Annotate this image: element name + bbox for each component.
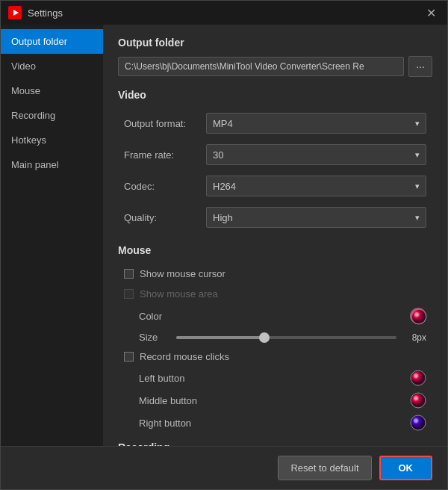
show-cursor-label: Show mouse cursor [140, 268, 225, 279]
codec-value: H264 [213, 181, 236, 192]
color-label: Color [139, 311, 410, 322]
middle-button-color-icon[interactable] [410, 392, 426, 409]
show-area-checkbox[interactable] [124, 289, 134, 299]
framerate-select[interactable]: 30 ▾ [206, 144, 426, 165]
settings-window: Settings ✕ Output folder Video Mouse Rec… [0, 0, 448, 490]
title-bar-left: Settings [8, 6, 63, 19]
left-button-row: Left button [133, 367, 432, 389]
left-button-label: Left button [139, 373, 410, 384]
size-slider-track [176, 336, 396, 339]
format-row: Output format: MP4 ▾ [118, 108, 432, 138]
svg-point-10 [414, 396, 418, 400]
quality-row: Quality: High ▾ [118, 202, 432, 232]
codec-label: Codec: [124, 181, 206, 192]
mouse-section: Mouse Show mouse cursor Show mouse area … [118, 244, 432, 434]
format-select[interactable]: MP4 ▾ [206, 113, 426, 134]
left-button-color-icon[interactable] [410, 370, 426, 386]
svg-point-7 [414, 373, 418, 378]
svg-point-6 [411, 371, 425, 385]
app-icon [8, 6, 22, 19]
quality-select[interactable]: High ▾ [206, 207, 426, 228]
show-area-label: Show mouse area [140, 288, 218, 300]
size-slider-thumb[interactable] [259, 332, 270, 343]
sidebar-item-mouse[interactable]: Mouse [1, 78, 103, 103]
record-clicks-row: Record mouse clicks [118, 347, 432, 367]
show-cursor-checkbox[interactable] [124, 269, 134, 279]
video-title: Video [118, 89, 432, 101]
content-area: Output folder Video Mouse Recording Hotk… [1, 25, 447, 446]
middle-button-label: Middle button [139, 395, 410, 406]
quality-value: High [213, 212, 233, 223]
footer: Reset to default OK [1, 446, 447, 489]
sidebar: Output folder Video Mouse Recording Hotk… [1, 25, 103, 446]
close-button[interactable]: ✕ [422, 4, 440, 22]
svg-point-12 [411, 416, 425, 429]
right-button-row: Right button [133, 412, 432, 434]
size-slider-fill [176, 336, 264, 339]
sidebar-item-hotkeys[interactable]: Hotkeys [1, 128, 103, 152]
sidebar-item-output-folder[interactable]: Output folder [1, 29, 103, 54]
right-button-color-icon[interactable] [410, 415, 426, 431]
size-value: 8px [404, 332, 426, 343]
show-area-row: Show mouse area [118, 284, 432, 304]
sidebar-item-video[interactable]: Video [1, 54, 103, 78]
sidebar-item-recording[interactable]: Recording [1, 103, 103, 128]
color-picker-icon[interactable] [410, 308, 426, 324]
title-bar: Settings ✕ [1, 1, 447, 25]
record-clicks-checkbox[interactable] [124, 352, 134, 362]
format-label: Output format: [124, 118, 206, 129]
main-panel: Output folder C:\Users\bj\Documents\Mini… [103, 25, 447, 446]
color-row: Color [133, 304, 432, 328]
output-folder-title: Output folder [118, 37, 432, 49]
framerate-row: Frame rate: 30 ▾ [118, 140, 432, 170]
ok-button[interactable]: OK [379, 456, 433, 480]
right-button-label: Right button [139, 418, 410, 429]
svg-point-9 [411, 394, 425, 407]
size-row: Size 8px [133, 328, 432, 347]
chevron-down-icon: ▾ [415, 119, 420, 128]
window-title: Settings [28, 7, 63, 19]
svg-point-13 [414, 418, 418, 423]
codec-select[interactable]: H264 ▾ [206, 176, 426, 196]
mouse-title: Mouse [118, 244, 432, 256]
chevron-down-icon: ▾ [415, 150, 420, 160]
size-label: Size [139, 332, 169, 343]
middle-button-row: Middle button [133, 389, 432, 412]
chevron-down-icon: ▾ [415, 182, 420, 191]
svg-point-4 [414, 312, 419, 317]
svg-point-3 [412, 310, 426, 323]
format-value: MP4 [213, 118, 233, 129]
quality-label: Quality: [124, 212, 206, 223]
video-section: Video Output format: MP4 ▾ Frame rate: 3… [118, 89, 432, 232]
codec-row: Codec: H264 ▾ [118, 171, 432, 201]
framerate-label: Frame rate: [124, 149, 206, 161]
reset-button[interactable]: Reset to default [278, 456, 371, 480]
browse-button[interactable]: ··· [408, 56, 432, 77]
chevron-down-icon: ▾ [415, 213, 420, 223]
record-clicks-label: Record mouse clicks [140, 351, 229, 362]
framerate-value: 30 [213, 149, 223, 161]
sidebar-item-main-panel[interactable]: Main panel [1, 152, 103, 177]
show-cursor-row: Show mouse cursor [118, 264, 432, 284]
folder-path: C:\Users\bj\Documents\MiniTool Video Con… [118, 57, 404, 76]
folder-row: C:\Users\bj\Documents\MiniTool Video Con… [118, 56, 432, 77]
